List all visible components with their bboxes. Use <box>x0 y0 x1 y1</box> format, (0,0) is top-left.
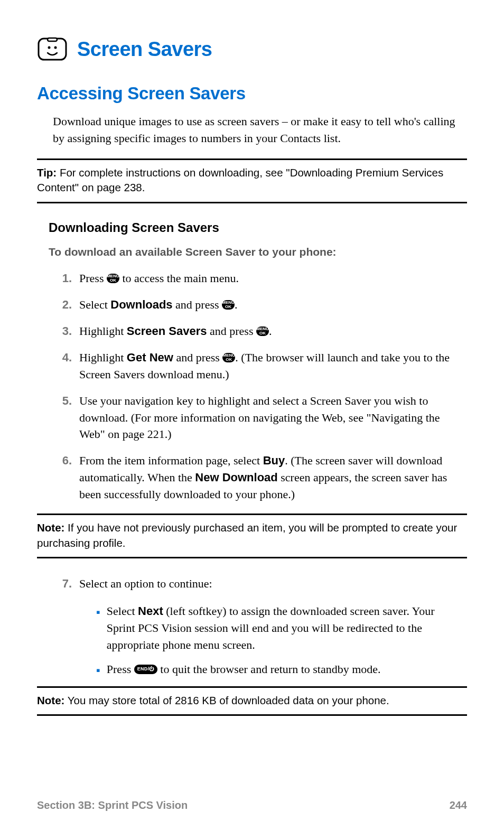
step-number: 1. <box>56 270 72 287</box>
lead-text: To download an available Screen Saver to… <box>49 246 467 258</box>
note-text: You may store total of 2816 KB of downlo… <box>64 694 389 706</box>
step-text: Select an option to continue: <box>79 575 456 592</box>
steps-list: 1. Press MENUOK to access the main menu.… <box>56 270 456 503</box>
step-number: 3. <box>56 323 72 340</box>
note-label: Note: <box>37 521 64 534</box>
step-4: 4. Highlight Get New and press MENUOK. (… <box>56 349 456 383</box>
footer-section-label: Section 3B: Sprint PCS Vision <box>37 799 188 811</box>
page-title-row: Screen Savers <box>37 37 467 61</box>
step-number: 2. <box>56 296 72 313</box>
bullet-item: ▪ Press END/⏻ to quit the browser and re… <box>96 661 456 678</box>
page-footer: Section 3B: Sprint PCS Vision 244 <box>37 799 467 811</box>
step-text: Highlight Screen Savers and press MENUOK… <box>79 323 456 340</box>
svg-point-3 <box>54 46 57 49</box>
subsection-heading: Downloading Screen Savers <box>49 220 467 235</box>
end-power-button-icon: END/⏻ <box>134 665 157 674</box>
step-3: 3. Highlight Screen Savers and press MEN… <box>56 323 456 340</box>
step-text: Use your navigation key to highlight and… <box>79 393 456 443</box>
tip-text: For complete instructions on downloading… <box>37 166 443 194</box>
section-heading: Accessing Screen Savers <box>37 83 467 104</box>
note-text: If you have not previously purchased an … <box>37 521 457 549</box>
menu-ok-button-icon: MENUOK <box>222 300 235 310</box>
step-text: Highlight Get New and press MENUOK. (The… <box>79 349 456 383</box>
step-text: Select Downloads and press MENUOK. <box>79 296 456 313</box>
bullet-marker-icon: ▪ <box>96 662 100 679</box>
step-text: From the item information page, select B… <box>79 452 456 503</box>
menu-ok-button-icon: MENUOK <box>256 326 269 336</box>
menu-ok-button-icon: MENUOK <box>222 353 235 362</box>
screen-savers-icon <box>37 37 68 61</box>
bullet-text: Select Next (left softkey) to assign the… <box>107 603 456 654</box>
step-1: 1. Press MENUOK to access the main menu. <box>56 270 456 287</box>
note-label: Note: <box>37 694 64 706</box>
step-text: Press MENUOK to access the main menu. <box>79 270 456 287</box>
tip-label: Tip: <box>37 166 57 179</box>
note-callout-2: Note: You may store total of 2816 KB of … <box>37 686 467 716</box>
page-number: 244 <box>450 799 467 811</box>
tip-callout: Tip: For complete instructions on downlo… <box>37 158 467 203</box>
step-7: 7. Select an option to continue: <box>56 575 456 592</box>
menu-ok-button-icon: MENUOK <box>107 274 119 283</box>
step-2: 2. Select Downloads and press MENUOK. <box>56 296 456 313</box>
step-5: 5. Use your navigation key to highlight … <box>56 393 456 443</box>
manual-page: Screen Savers Accessing Screen Savers Do… <box>0 0 504 840</box>
intro-paragraph: Download unique images to use as screen … <box>53 113 456 147</box>
step-number: 5. <box>56 393 72 443</box>
steps-list-continued: 7. Select an option to continue: <box>56 575 456 592</box>
bullet-marker-icon: ▪ <box>96 604 100 655</box>
page-title: Screen Savers <box>77 38 212 61</box>
note-callout-1: Note: If you have not previously purchas… <box>37 514 467 558</box>
step-6: 6. From the item information page, selec… <box>56 452 456 503</box>
svg-rect-1 <box>48 38 57 41</box>
bullet-text: Press END/⏻ to quit the browser and retu… <box>107 661 381 678</box>
step-number: 6. <box>56 452 72 503</box>
svg-point-2 <box>48 46 51 49</box>
bullet-list: ▪ Select Next (left softkey) to assign t… <box>96 603 456 678</box>
step-number: 7. <box>56 575 72 592</box>
bullet-item: ▪ Select Next (left softkey) to assign t… <box>96 603 456 654</box>
step-number: 4. <box>56 349 72 383</box>
